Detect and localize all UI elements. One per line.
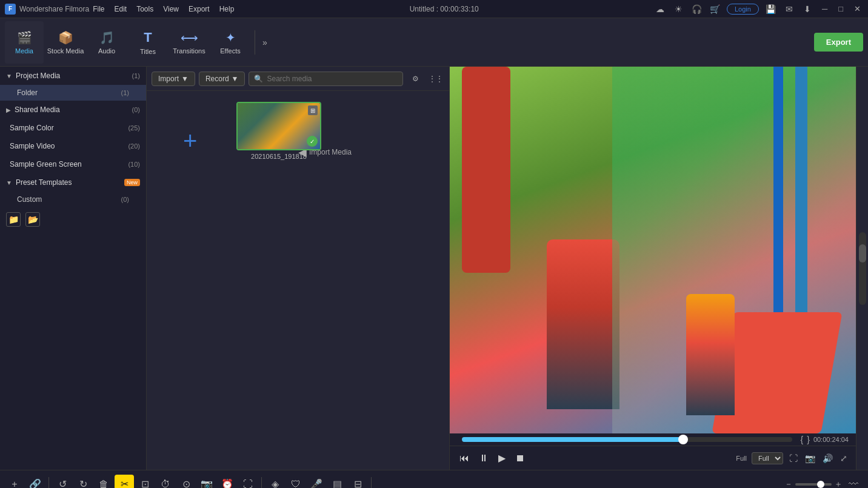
expand-preview-icon[interactable]: ⤢ — [839, 452, 849, 464]
preview-seekbar[interactable] — [462, 437, 792, 442]
close-button[interactable]: ✕ — [852, 4, 863, 13]
redo-button[interactable]: ↻ — [73, 475, 93, 489]
tl-sep-1 — [48, 477, 49, 489]
toolbar-titles[interactable]: T Titles — [129, 21, 167, 64]
vfx-button[interactable]: ⊟ — [348, 475, 367, 489]
waveform-button[interactable]: 〰 — [844, 475, 863, 489]
previous-frame-button[interactable]: ⏸ — [476, 450, 491, 466]
stop-button[interactable]: ⏹ — [513, 450, 527, 466]
brightness-icon[interactable]: ☀ — [672, 3, 684, 15]
captions-button[interactable]: ▤ — [327, 475, 347, 489]
menu-export[interactable]: Export — [189, 5, 210, 13]
add-track-button[interactable]: + — [5, 475, 24, 489]
side-panel — [856, 67, 868, 470]
shield-button[interactable]: 🛡 — [286, 475, 305, 489]
toolbar-stock-media[interactable]: 📦 Stock Media — [46, 21, 85, 64]
preview-timecode: 00:00:24:04 — [813, 436, 849, 443]
mail-icon[interactable]: ✉ — [783, 3, 795, 15]
preview-thumb — [678, 435, 688, 444]
media-area: Import ▼ Record ▼ 🔍 ⚙ ⋮⋮ + ◀ Import Medi… — [147, 67, 450, 470]
toolbar-expand-button[interactable]: » — [260, 35, 270, 50]
custom-label: Custom — [17, 195, 121, 204]
sidebar-section-preset-templates[interactable]: ▼ Preset Templates New — [0, 173, 146, 192]
sidebar-item-folder[interactable]: Folder (1) — [0, 85, 146, 101]
zoom-slider[interactable] — [795, 483, 832, 486]
toolbar-separator — [255, 30, 255, 55]
app-brand: Wondershare Filmora — [19, 5, 89, 13]
preview-controls: ⏮ ⏸ ▶ ⏹ Full Full 1/2 1/4 ⛶ 📷 🔊 ⤢ — [450, 446, 856, 470]
preset-templates-title: Preset Templates — [16, 178, 121, 187]
sidebar-section-shared-media[interactable]: ▶ Shared Media (0) — [0, 101, 146, 119]
speed-button[interactable]: ⏱ — [156, 475, 175, 489]
quality-select[interactable]: Full 1/2 1/4 — [752, 452, 783, 464]
import-placeholder: + — [183, 127, 197, 155]
filter-icon[interactable]: ⚙ — [407, 70, 424, 87]
cloud-icon[interactable]: ☁ — [654, 3, 666, 15]
grid-view-icon[interactable]: ⋮⋮ — [427, 70, 444, 87]
reverse-button[interactable]: ⊙ — [176, 475, 196, 489]
stock-media-label: Stock Media — [47, 47, 84, 55]
titlebar-right: ☁ ☀ 🎧 🛒 Login 💾 ✉ ⬇ ─ □ ✕ — [654, 3, 863, 15]
fullscreen-button[interactable]: ⛶ — [238, 475, 258, 489]
snapshot-button[interactable]: 📷 — [197, 475, 216, 489]
crop-button[interactable]: ⊡ — [135, 475, 155, 489]
sidebar-section-project-media[interactable]: ▼ Project Media (1) — [0, 67, 146, 85]
save-icon[interactable]: 💾 — [765, 3, 777, 15]
mic-button[interactable]: 🎤 — [307, 475, 326, 489]
media-label: Media — [15, 47, 33, 55]
sidebar-section-sample-color[interactable]: Sample Color (25) — [0, 119, 146, 137]
menu-view[interactable]: View — [163, 5, 179, 13]
tl-sep-3 — [371, 477, 372, 489]
delete-button[interactable]: 🗑 — [94, 475, 113, 489]
export-button[interactable]: Export — [814, 33, 863, 52]
search-input[interactable] — [267, 75, 398, 83]
menu-edit[interactable]: Edit — [115, 5, 127, 13]
screenshot-icon[interactable]: 📷 — [804, 452, 816, 464]
sidebar-item-custom[interactable]: Custom (0) — [0, 192, 146, 207]
preview-progress — [462, 437, 683, 442]
split-button[interactable]: ✂ — [115, 475, 134, 489]
search-box[interactable]: 🔍 — [249, 72, 403, 86]
duration-button[interactable]: ⏰ — [218, 475, 237, 489]
headphone-icon[interactable]: 🎧 — [690, 3, 703, 15]
login-button[interactable]: Login — [727, 4, 759, 15]
folder-settings-icon[interactable]: 📂 — [25, 212, 40, 227]
menu-tools[interactable]: Tools — [136, 5, 153, 13]
toolbar-audio[interactable]: 🎵 Audio — [87, 21, 126, 64]
sample-video-count: (20) — [128, 142, 140, 150]
undo-button[interactable]: ↺ — [53, 475, 72, 489]
toolbar-effects[interactable]: ✦ Effects — [211, 21, 250, 64]
main-toolbar: 🎬 Media 📦 Stock Media 🎵 Audio T Titles ⟷… — [0, 18, 868, 67]
menu-file[interactable]: File — [93, 5, 104, 13]
stock-media-icon: 📦 — [58, 30, 73, 45]
step-back-button[interactable]: ⏮ — [457, 450, 472, 466]
record-button[interactable]: Record ▼ — [199, 72, 245, 86]
media-content: + ◀ Import Media ⊞ ✓ 20210615_191818 — [147, 91, 449, 470]
sidebar-section-sample-video[interactable]: Sample Video (20) — [0, 137, 146, 155]
link-button[interactable]: 🔗 — [25, 475, 45, 489]
zoom-in-button[interactable]: ＋ — [834, 479, 843, 489]
toolbar-media[interactable]: 🎬 Media — [5, 21, 44, 64]
folder-label: Folder — [17, 89, 121, 97]
cart-icon[interactable]: 🛒 — [709, 3, 721, 15]
add-folder-icon[interactable]: 📁 — [6, 212, 21, 227]
preview-seekbar-container: { } 00:00:24:04 — [450, 433, 856, 446]
zoom-out-button[interactable]: － — [784, 479, 793, 489]
maximize-button[interactable]: □ — [836, 4, 846, 13]
toolbar-transitions[interactable]: ⟷ Transitions — [170, 21, 209, 64]
download-icon[interactable]: ⬇ — [801, 3, 813, 15]
fullscreen-preview-icon[interactable]: ⛶ — [788, 452, 799, 464]
titlebar-left: F Wondershare Filmora File Edit Tools Vi… — [5, 4, 234, 15]
chevron-down-icon-4: ▼ — [232, 75, 239, 83]
minimize-button[interactable]: ─ — [820, 4, 830, 13]
color-button[interactable]: ◈ — [265, 475, 285, 489]
sidebar-section-sample-green[interactable]: Sample Green Screen (10) — [0, 155, 146, 173]
volume-icon[interactable]: 🔊 — [821, 452, 834, 464]
import-button[interactable]: Import ▼ — [152, 72, 195, 86]
shared-media-title: Shared Media — [15, 105, 130, 114]
play-button[interactable]: ▶ — [496, 450, 508, 466]
titles-label: Titles — [140, 48, 156, 55]
menu-help[interactable]: Help — [219, 5, 235, 13]
effects-label: Effects — [220, 47, 240, 55]
add-media-icon[interactable]: + — [183, 127, 197, 155]
